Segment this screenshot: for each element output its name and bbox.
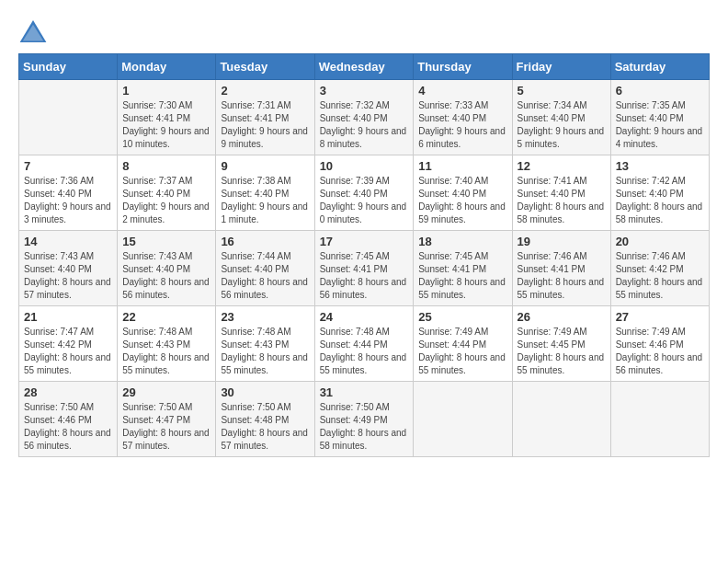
day-info: Sunrise: 7:42 AMSunset: 4:40 PMDaylight:… xyxy=(616,175,704,226)
day-info: Sunrise: 7:30 AMSunset: 4:41 PMDaylight:… xyxy=(122,99,210,151)
day-cell: 11Sunrise: 7:40 AMSunset: 4:40 PMDayligh… xyxy=(414,155,512,231)
day-cell: 6Sunrise: 7:35 AMSunset: 4:40 PMDaylight… xyxy=(610,80,709,155)
day-header: Sunday xyxy=(19,54,118,80)
day-number: 12 xyxy=(518,159,606,173)
day-number: 21 xyxy=(24,310,112,324)
header xyxy=(18,18,710,44)
day-cell: 13Sunrise: 7:42 AMSunset: 4:40 PMDayligh… xyxy=(610,155,709,231)
day-cell: 7Sunrise: 7:36 AMSunset: 4:40 PMDaylight… xyxy=(19,155,118,231)
day-header: Thursday xyxy=(414,54,512,80)
day-info: Sunrise: 7:48 AMSunset: 4:43 PMDaylight:… xyxy=(122,326,210,377)
day-cell: 5Sunrise: 7:34 AMSunset: 4:40 PMDaylight… xyxy=(512,80,610,155)
day-info: Sunrise: 7:39 AMSunset: 4:40 PMDaylight:… xyxy=(320,175,409,226)
day-header: Monday xyxy=(118,54,216,80)
day-info: Sunrise: 7:43 AMSunset: 4:40 PMDaylight:… xyxy=(122,250,210,302)
day-number: 4 xyxy=(418,84,506,98)
day-number: 31 xyxy=(320,385,409,399)
day-cell: 25Sunrise: 7:49 AMSunset: 4:44 PMDayligh… xyxy=(414,306,512,382)
day-cell xyxy=(512,382,610,457)
header-row: SundayMondayTuesdayWednesdayThursdayFrid… xyxy=(19,54,710,80)
day-info: Sunrise: 7:38 AMSunset: 4:40 PMDaylight:… xyxy=(221,175,309,226)
week-row: 14Sunrise: 7:43 AMSunset: 4:40 PMDayligh… xyxy=(19,231,710,306)
day-cell: 1Sunrise: 7:30 AMSunset: 4:41 PMDaylight… xyxy=(118,80,216,155)
day-info: Sunrise: 7:34 AMSunset: 4:40 PMDaylight:… xyxy=(518,99,606,151)
week-row: 21Sunrise: 7:47 AMSunset: 4:42 PMDayligh… xyxy=(19,306,710,382)
day-info: Sunrise: 7:45 AMSunset: 4:41 PMDaylight:… xyxy=(418,250,506,302)
day-info: Sunrise: 7:48 AMSunset: 4:44 PMDaylight:… xyxy=(320,326,409,377)
day-number: 28 xyxy=(24,385,112,399)
day-number: 8 xyxy=(122,159,210,173)
day-cell: 23Sunrise: 7:48 AMSunset: 4:43 PMDayligh… xyxy=(216,306,314,382)
day-number: 9 xyxy=(221,159,309,173)
day-number: 11 xyxy=(418,159,506,173)
day-info: Sunrise: 7:32 AMSunset: 4:40 PMDaylight:… xyxy=(320,99,409,151)
day-cell: 31Sunrise: 7:50 AMSunset: 4:49 PMDayligh… xyxy=(314,382,414,457)
week-row: 28Sunrise: 7:50 AMSunset: 4:46 PMDayligh… xyxy=(19,382,710,457)
day-cell: 2Sunrise: 7:31 AMSunset: 4:41 PMDaylight… xyxy=(216,80,314,155)
day-info: Sunrise: 7:43 AMSunset: 4:40 PMDaylight:… xyxy=(24,250,112,302)
day-info: Sunrise: 7:49 AMSunset: 4:44 PMDaylight:… xyxy=(418,326,506,377)
day-info: Sunrise: 7:50 AMSunset: 4:49 PMDaylight:… xyxy=(320,401,409,453)
day-info: Sunrise: 7:35 AMSunset: 4:40 PMDaylight:… xyxy=(616,99,704,151)
day-cell: 30Sunrise: 7:50 AMSunset: 4:48 PMDayligh… xyxy=(216,382,314,457)
day-info: Sunrise: 7:50 AMSunset: 4:46 PMDaylight:… xyxy=(24,401,112,453)
day-cell: 18Sunrise: 7:45 AMSunset: 4:41 PMDayligh… xyxy=(414,231,512,306)
logo xyxy=(18,18,51,44)
day-cell: 9Sunrise: 7:38 AMSunset: 4:40 PMDaylight… xyxy=(216,155,314,231)
calendar-table: SundayMondayTuesdayWednesdayThursdayFrid… xyxy=(18,53,710,457)
logo-icon xyxy=(18,18,48,44)
day-cell: 21Sunrise: 7:47 AMSunset: 4:42 PMDayligh… xyxy=(19,306,118,382)
day-cell: 27Sunrise: 7:49 AMSunset: 4:46 PMDayligh… xyxy=(610,306,709,382)
day-info: Sunrise: 7:47 AMSunset: 4:42 PMDaylight:… xyxy=(24,326,112,377)
day-info: Sunrise: 7:36 AMSunset: 4:40 PMDaylight:… xyxy=(24,175,112,226)
day-number: 7 xyxy=(24,159,112,173)
day-number: 29 xyxy=(122,385,210,399)
day-info: Sunrise: 7:33 AMSunset: 4:40 PMDaylight:… xyxy=(418,99,506,151)
calendar-body: 1Sunrise: 7:30 AMSunset: 4:41 PMDaylight… xyxy=(19,80,710,457)
day-number: 19 xyxy=(518,235,606,248)
day-cell xyxy=(610,382,709,457)
day-cell: 29Sunrise: 7:50 AMSunset: 4:47 PMDayligh… xyxy=(118,382,216,457)
day-info: Sunrise: 7:49 AMSunset: 4:46 PMDaylight:… xyxy=(616,326,704,377)
day-cell: 26Sunrise: 7:49 AMSunset: 4:45 PMDayligh… xyxy=(512,306,610,382)
day-number: 27 xyxy=(616,310,704,324)
day-number: 24 xyxy=(320,310,409,324)
day-number: 6 xyxy=(616,84,704,98)
week-row: 1Sunrise: 7:30 AMSunset: 4:41 PMDaylight… xyxy=(19,80,710,155)
day-cell: 17Sunrise: 7:45 AMSunset: 4:41 PMDayligh… xyxy=(314,231,414,306)
day-cell: 22Sunrise: 7:48 AMSunset: 4:43 PMDayligh… xyxy=(118,306,216,382)
day-cell: 8Sunrise: 7:37 AMSunset: 4:40 PMDaylight… xyxy=(118,155,216,231)
day-info: Sunrise: 7:40 AMSunset: 4:40 PMDaylight:… xyxy=(418,175,506,226)
day-number: 2 xyxy=(221,84,309,98)
day-cell: 24Sunrise: 7:48 AMSunset: 4:44 PMDayligh… xyxy=(314,306,414,382)
day-cell: 16Sunrise: 7:44 AMSunset: 4:40 PMDayligh… xyxy=(216,231,314,306)
day-number: 3 xyxy=(320,84,409,98)
day-header: Friday xyxy=(512,54,610,80)
day-number: 18 xyxy=(418,235,506,248)
day-number: 23 xyxy=(221,310,309,324)
day-number: 20 xyxy=(616,235,704,248)
day-info: Sunrise: 7:41 AMSunset: 4:40 PMDaylight:… xyxy=(518,175,606,226)
day-cell: 15Sunrise: 7:43 AMSunset: 4:40 PMDayligh… xyxy=(118,231,216,306)
day-header: Wednesday xyxy=(314,54,414,80)
day-number: 17 xyxy=(320,235,409,248)
day-number: 26 xyxy=(518,310,606,324)
day-number: 30 xyxy=(221,385,309,399)
day-cell: 19Sunrise: 7:46 AMSunset: 4:41 PMDayligh… xyxy=(512,231,610,306)
day-cell: 20Sunrise: 7:46 AMSunset: 4:42 PMDayligh… xyxy=(610,231,709,306)
day-cell: 28Sunrise: 7:50 AMSunset: 4:46 PMDayligh… xyxy=(19,382,118,457)
week-row: 7Sunrise: 7:36 AMSunset: 4:40 PMDaylight… xyxy=(19,155,710,231)
day-number: 25 xyxy=(418,310,506,324)
day-info: Sunrise: 7:49 AMSunset: 4:45 PMDaylight:… xyxy=(518,326,606,377)
day-info: Sunrise: 7:31 AMSunset: 4:41 PMDaylight:… xyxy=(221,99,309,151)
day-cell: 4Sunrise: 7:33 AMSunset: 4:40 PMDaylight… xyxy=(414,80,512,155)
day-number: 13 xyxy=(616,159,704,173)
day-info: Sunrise: 7:50 AMSunset: 4:47 PMDaylight:… xyxy=(122,401,210,453)
day-number: 15 xyxy=(122,235,210,248)
day-number: 1 xyxy=(122,84,210,98)
day-cell: 12Sunrise: 7:41 AMSunset: 4:40 PMDayligh… xyxy=(512,155,610,231)
day-header: Tuesday xyxy=(216,54,314,80)
day-cell: 3Sunrise: 7:32 AMSunset: 4:40 PMDaylight… xyxy=(314,80,414,155)
day-info: Sunrise: 7:45 AMSunset: 4:41 PMDaylight:… xyxy=(320,250,409,302)
day-cell: 10Sunrise: 7:39 AMSunset: 4:40 PMDayligh… xyxy=(314,155,414,231)
